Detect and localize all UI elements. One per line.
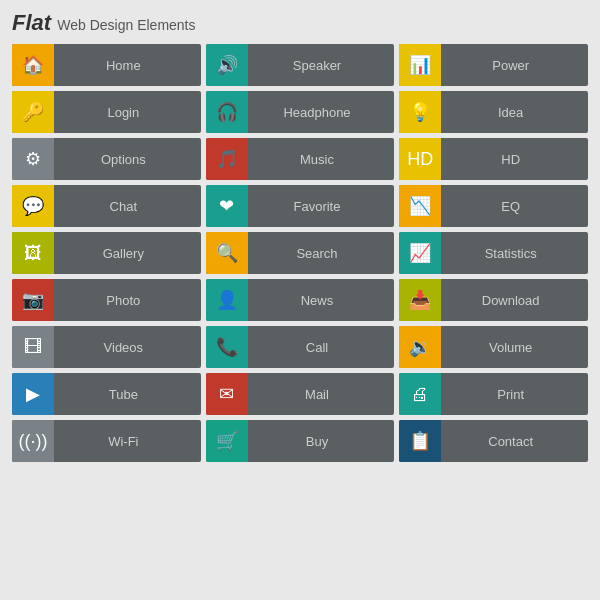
print-label: Print xyxy=(441,387,588,402)
grid-item[interactable]: 📥Download xyxy=(399,279,588,321)
grid-item[interactable]: 🖼Gallery xyxy=(12,232,201,274)
grid-item[interactable]: 🎞Videos xyxy=(12,326,201,368)
videos-icon: 🎞 xyxy=(12,326,54,368)
wi-fi-label: Wi-Fi xyxy=(54,434,201,449)
home-icon: 🏠 xyxy=(12,44,54,86)
icon-grid: 🏠Home🔊Speaker📊Power🔑Login🎧Headphone💡Idea… xyxy=(12,44,588,462)
mail-label: Mail xyxy=(248,387,395,402)
headphone-label: Headphone xyxy=(248,105,395,120)
call-label: Call xyxy=(248,340,395,355)
statistics-label: Statistics xyxy=(441,246,588,261)
headphone-icon: 🎧 xyxy=(206,91,248,133)
photo-icon: 📷 xyxy=(12,279,54,321)
print-icon: 🖨 xyxy=(399,373,441,415)
grid-item[interactable]: ⚙Options xyxy=(12,138,201,180)
music-label: Music xyxy=(248,152,395,167)
statistics-icon: 📈 xyxy=(399,232,441,274)
options-label: Options xyxy=(54,152,201,167)
title-subtitle: Web Design Elements xyxy=(57,17,195,33)
idea-label: Idea xyxy=(441,105,588,120)
header: Flat Web Design Elements xyxy=(12,10,588,36)
grid-item[interactable]: 📊Power xyxy=(399,44,588,86)
eq-label: EQ xyxy=(441,199,588,214)
grid-item[interactable]: 👤News xyxy=(206,279,395,321)
contact-icon: 📋 xyxy=(399,420,441,462)
gallery-label: Gallery xyxy=(54,246,201,261)
grid-item[interactable]: 🛒Buy xyxy=(206,420,395,462)
grid-item[interactable]: ❤Favorite xyxy=(206,185,395,227)
hd-icon: HD xyxy=(399,138,441,180)
tube-label: Tube xyxy=(54,387,201,402)
grid-item[interactable]: 🎵Music xyxy=(206,138,395,180)
search-icon: 🔍 xyxy=(206,232,248,274)
contact-label: Contact xyxy=(441,434,588,449)
call-icon: 📞 xyxy=(206,326,248,368)
news-label: News xyxy=(248,293,395,308)
chat-icon: 💬 xyxy=(12,185,54,227)
power-label: Power xyxy=(441,58,588,73)
wi-fi-icon: ((·)) xyxy=(12,420,54,462)
volume-label: Volume xyxy=(441,340,588,355)
grid-item[interactable]: 💡Idea xyxy=(399,91,588,133)
videos-label: Videos xyxy=(54,340,201,355)
grid-item[interactable]: ✉Mail xyxy=(206,373,395,415)
grid-item[interactable]: 🏠Home xyxy=(12,44,201,86)
photo-label: Photo xyxy=(54,293,201,308)
grid-item[interactable]: 🖨Print xyxy=(399,373,588,415)
chat-label: Chat xyxy=(54,199,201,214)
buy-icon: 🛒 xyxy=(206,420,248,462)
grid-item[interactable]: 📋Contact xyxy=(399,420,588,462)
grid-item[interactable]: 🔊Speaker xyxy=(206,44,395,86)
grid-item[interactable]: 🔍Search xyxy=(206,232,395,274)
grid-item[interactable]: 📞Call xyxy=(206,326,395,368)
login-icon: 🔑 xyxy=(12,91,54,133)
grid-item[interactable]: 💬Chat xyxy=(12,185,201,227)
favorite-icon: ❤ xyxy=(206,185,248,227)
login-label: Login xyxy=(54,105,201,120)
eq-icon: 📉 xyxy=(399,185,441,227)
hd-label: HD xyxy=(441,152,588,167)
speaker-label: Speaker xyxy=(248,58,395,73)
options-icon: ⚙ xyxy=(12,138,54,180)
page-title: Flat Web Design Elements xyxy=(12,10,196,35)
download-icon: 📥 xyxy=(399,279,441,321)
download-label: Download xyxy=(441,293,588,308)
mail-icon: ✉ xyxy=(206,373,248,415)
volume-icon: 🔉 xyxy=(399,326,441,368)
grid-item[interactable]: 📉EQ xyxy=(399,185,588,227)
power-icon: 📊 xyxy=(399,44,441,86)
grid-item[interactable]: ((·))Wi-Fi xyxy=(12,420,201,462)
grid-item[interactable]: 🔑Login xyxy=(12,91,201,133)
grid-item[interactable]: 📈Statistics xyxy=(399,232,588,274)
grid-item[interactable]: 🎧Headphone xyxy=(206,91,395,133)
grid-item[interactable]: 🔉Volume xyxy=(399,326,588,368)
grid-item[interactable]: HDHD xyxy=(399,138,588,180)
idea-icon: 💡 xyxy=(399,91,441,133)
grid-item[interactable]: 📷Photo xyxy=(12,279,201,321)
buy-label: Buy xyxy=(248,434,395,449)
tube-icon: ▶ xyxy=(12,373,54,415)
title-flat: Flat xyxy=(12,10,51,35)
music-icon: 🎵 xyxy=(206,138,248,180)
gallery-icon: 🖼 xyxy=(12,232,54,274)
news-icon: 👤 xyxy=(206,279,248,321)
home-label: Home xyxy=(54,58,201,73)
speaker-icon: 🔊 xyxy=(206,44,248,86)
search-label: Search xyxy=(248,246,395,261)
grid-item[interactable]: ▶Tube xyxy=(12,373,201,415)
favorite-label: Favorite xyxy=(248,199,395,214)
page: Flat Web Design Elements 🏠Home🔊Speaker📊P… xyxy=(0,0,600,600)
